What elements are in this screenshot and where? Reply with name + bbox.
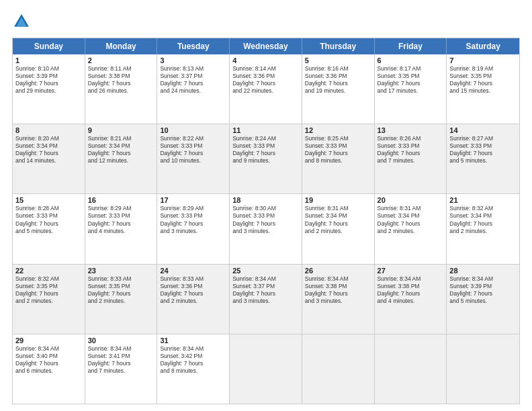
cell-info: Sunrise: 8:34 AMSunset: 3:38 PMDaylight:… — [305, 275, 371, 305]
calendar-cell-day-23: 23Sunrise: 8:33 AMSunset: 3:35 PMDayligh… — [85, 265, 158, 334]
calendar-cell-day-26: 26Sunrise: 8:34 AMSunset: 3:38 PMDayligh… — [302, 265, 375, 334]
header-day-saturday: Saturday — [447, 38, 519, 54]
calendar-cell-day-17: 17Sunrise: 8:29 AMSunset: 3:33 PMDayligh… — [157, 194, 230, 263]
day-number: 30 — [88, 336, 154, 345]
header-day-tuesday: Tuesday — [157, 38, 230, 54]
cell-info: Sunrise: 8:11 AMSunset: 3:38 PMDaylight:… — [88, 65, 154, 95]
cell-info: Sunrise: 8:26 AMSunset: 3:33 PMDaylight:… — [378, 135, 444, 165]
calendar-cell-day-22: 22Sunrise: 8:32 AMSunset: 3:35 PMDayligh… — [13, 265, 85, 334]
cell-info: Sunrise: 8:31 AMSunset: 3:34 PMDaylight:… — [378, 205, 444, 234]
cell-info: Sunrise: 8:24 AMSunset: 3:33 PMDaylight:… — [232, 135, 299, 165]
calendar-cell-day-6: 6Sunrise: 8:17 AMSunset: 3:35 PMDaylight… — [375, 54, 447, 124]
day-number: 28 — [449, 267, 517, 275]
calendar-row-3: 15Sunrise: 8:28 AMSunset: 3:33 PMDayligh… — [13, 193, 519, 263]
logo — [12, 12, 34, 31]
calendar-cell-empty-r4c5 — [375, 334, 447, 404]
day-number: 16 — [88, 196, 154, 204]
cell-info: Sunrise: 8:30 AMSunset: 3:33 PMDaylight:… — [232, 205, 299, 234]
cell-info: Sunrise: 8:34 AMSunset: 3:37 PMDaylight:… — [232, 275, 299, 305]
cell-info: Sunrise: 8:28 AMSunset: 3:33 PMDaylight:… — [15, 205, 82, 234]
day-number: 24 — [160, 267, 226, 275]
calendar-cell-day-4: 4Sunrise: 8:14 AMSunset: 3:36 PMDaylight… — [230, 54, 302, 124]
day-number: 22 — [15, 267, 82, 275]
header-day-sunday: Sunday — [13, 38, 85, 54]
calendar-cell-day-10: 10Sunrise: 8:22 AMSunset: 3:33 PMDayligh… — [157, 124, 230, 193]
calendar-row-4: 22Sunrise: 8:32 AMSunset: 3:35 PMDayligh… — [13, 264, 519, 334]
calendar-cell-day-2: 2Sunrise: 8:11 AMSunset: 3:38 PMDaylight… — [85, 54, 158, 124]
day-number: 2 — [88, 56, 154, 64]
page: SundayMondayTuesdayWednesdayThursdayFrid… — [0, 0, 532, 411]
day-number: 20 — [378, 196, 444, 204]
day-number: 19 — [305, 196, 371, 204]
day-number: 31 — [160, 336, 226, 345]
day-number: 13 — [378, 126, 444, 134]
calendar-cell-day-9: 9Sunrise: 8:21 AMSunset: 3:34 PMDaylight… — [85, 124, 158, 193]
cell-info: Sunrise: 8:33 AMSunset: 3:36 PMDaylight:… — [160, 275, 226, 305]
day-number: 26 — [305, 267, 371, 275]
day-number: 15 — [15, 196, 82, 204]
calendar-cell-day-30: 30Sunrise: 8:34 AMSunset: 3:41 PMDayligh… — [85, 334, 158, 404]
day-number: 27 — [378, 267, 444, 275]
calendar-row-2: 8Sunrise: 8:20 AMSunset: 3:34 PMDaylight… — [13, 124, 519, 193]
cell-info: Sunrise: 8:29 AMSunset: 3:33 PMDaylight:… — [88, 205, 154, 234]
day-number: 9 — [88, 126, 154, 134]
cell-info: Sunrise: 8:34 AMSunset: 3:39 PMDaylight:… — [449, 275, 517, 305]
calendar-cell-day-27: 27Sunrise: 8:34 AMSunset: 3:38 PMDayligh… — [375, 265, 447, 334]
cell-info: Sunrise: 8:34 AMSunset: 3:41 PMDaylight:… — [88, 345, 154, 375]
header-day-monday: Monday — [85, 38, 158, 54]
cell-info: Sunrise: 8:29 AMSunset: 3:33 PMDaylight:… — [160, 205, 226, 234]
cell-info: Sunrise: 8:14 AMSunset: 3:36 PMDaylight:… — [232, 65, 299, 95]
day-number: 8 — [15, 126, 82, 134]
cell-info: Sunrise: 8:34 AMSunset: 3:40 PMDaylight:… — [15, 345, 82, 375]
calendar-row-5: 29Sunrise: 8:34 AMSunset: 3:40 PMDayligh… — [13, 334, 519, 404]
cell-info: Sunrise: 8:16 AMSunset: 3:36 PMDaylight:… — [305, 65, 371, 95]
cell-info: Sunrise: 8:32 AMSunset: 3:34 PMDaylight:… — [449, 205, 517, 234]
cell-info: Sunrise: 8:22 AMSunset: 3:33 PMDaylight:… — [160, 135, 226, 165]
day-number: 11 — [232, 126, 299, 134]
day-number: 3 — [160, 56, 226, 64]
calendar-cell-day-18: 18Sunrise: 8:30 AMSunset: 3:33 PMDayligh… — [230, 194, 302, 263]
day-number: 4 — [232, 56, 299, 64]
cell-info: Sunrise: 8:21 AMSunset: 3:34 PMDaylight:… — [88, 135, 154, 165]
cell-info: Sunrise: 8:19 AMSunset: 3:35 PMDaylight:… — [449, 65, 517, 95]
calendar-cell-day-19: 19Sunrise: 8:31 AMSunset: 3:34 PMDayligh… — [302, 194, 375, 263]
calendar-cell-day-25: 25Sunrise: 8:34 AMSunset: 3:37 PMDayligh… — [230, 265, 302, 334]
day-number: 7 — [449, 56, 517, 64]
calendar-cell-day-13: 13Sunrise: 8:26 AMSunset: 3:33 PMDayligh… — [375, 124, 447, 193]
calendar-cell-empty-r4c3 — [230, 334, 302, 404]
calendar-cell-day-11: 11Sunrise: 8:24 AMSunset: 3:33 PMDayligh… — [230, 124, 302, 193]
cell-info: Sunrise: 8:13 AMSunset: 3:37 PMDaylight:… — [160, 65, 226, 95]
calendar-cell-day-21: 21Sunrise: 8:32 AMSunset: 3:34 PMDayligh… — [447, 194, 519, 263]
cell-info: Sunrise: 8:27 AMSunset: 3:33 PMDaylight:… — [449, 135, 517, 165]
cell-info: Sunrise: 8:17 AMSunset: 3:35 PMDaylight:… — [378, 65, 444, 95]
day-number: 23 — [88, 267, 154, 275]
calendar-cell-day-16: 16Sunrise: 8:29 AMSunset: 3:33 PMDayligh… — [85, 194, 158, 263]
day-number: 25 — [232, 267, 299, 275]
calendar-cell-day-29: 29Sunrise: 8:34 AMSunset: 3:40 PMDayligh… — [13, 334, 85, 404]
cell-info: Sunrise: 8:20 AMSunset: 3:34 PMDaylight:… — [15, 135, 82, 165]
day-number: 10 — [160, 126, 226, 134]
calendar-header-row: SundayMondayTuesdayWednesdayThursdayFrid… — [13, 38, 519, 54]
calendar-cell-day-7: 7Sunrise: 8:19 AMSunset: 3:35 PMDaylight… — [447, 54, 519, 124]
header-day-thursday: Thursday — [302, 38, 375, 54]
day-number: 14 — [449, 126, 517, 134]
day-number: 21 — [449, 196, 517, 204]
header-day-friday: Friday — [375, 38, 447, 54]
calendar-cell-day-3: 3Sunrise: 8:13 AMSunset: 3:37 PMDaylight… — [157, 54, 230, 124]
day-number: 1 — [15, 56, 82, 64]
day-number: 29 — [15, 336, 82, 345]
cell-info: Sunrise: 8:25 AMSunset: 3:33 PMDaylight:… — [305, 135, 371, 165]
header — [12, 12, 520, 31]
calendar-cell-day-8: 8Sunrise: 8:20 AMSunset: 3:34 PMDaylight… — [13, 124, 85, 193]
day-number: 12 — [305, 126, 371, 134]
cell-info: Sunrise: 8:31 AMSunset: 3:34 PMDaylight:… — [305, 205, 371, 234]
cell-info: Sunrise: 8:32 AMSunset: 3:35 PMDaylight:… — [15, 275, 82, 305]
day-number: 6 — [378, 56, 444, 64]
calendar: SundayMondayTuesdayWednesdayThursdayFrid… — [12, 38, 520, 404]
header-day-wednesday: Wednesday — [230, 38, 302, 54]
cell-info: Sunrise: 8:34 AMSunset: 3:38 PMDaylight:… — [378, 275, 444, 305]
logo-icon — [12, 12, 31, 31]
calendar-cell-day-5: 5Sunrise: 8:16 AMSunset: 3:36 PMDaylight… — [302, 54, 375, 124]
calendar-cell-day-28: 28Sunrise: 8:34 AMSunset: 3:39 PMDayligh… — [447, 265, 519, 334]
day-number: 17 — [160, 196, 226, 204]
